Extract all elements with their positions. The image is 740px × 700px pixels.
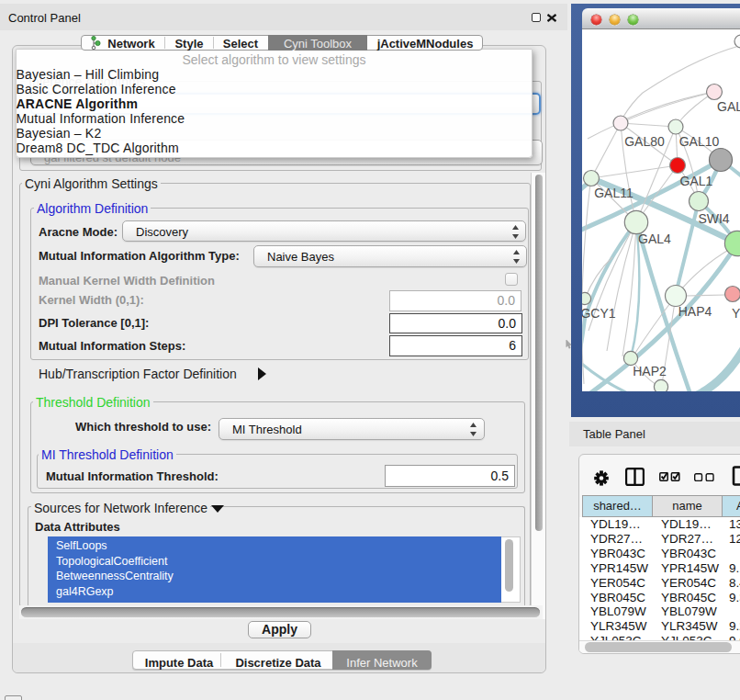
- svg-text:GAL11: GAL11: [594, 186, 633, 200]
- svg-text:GAL1: GAL1: [680, 174, 713, 188]
- svg-text:GAL4: GAL4: [638, 231, 671, 246]
- svg-text:GAL7: GAL7: [717, 99, 740, 114]
- svg-text:SWI4: SWI4: [698, 211, 729, 226]
- svg-text:HAP4: HAP4: [678, 304, 712, 319]
- svg-text:GAL80: GAL80: [624, 134, 665, 149]
- svg-text:GAL10: GAL10: [679, 134, 720, 149]
- svg-text:GCY1: GCY1: [582, 306, 616, 321]
- svg-text:HAP2: HAP2: [633, 364, 667, 378]
- svg-text:Y: Y: [732, 306, 740, 321]
